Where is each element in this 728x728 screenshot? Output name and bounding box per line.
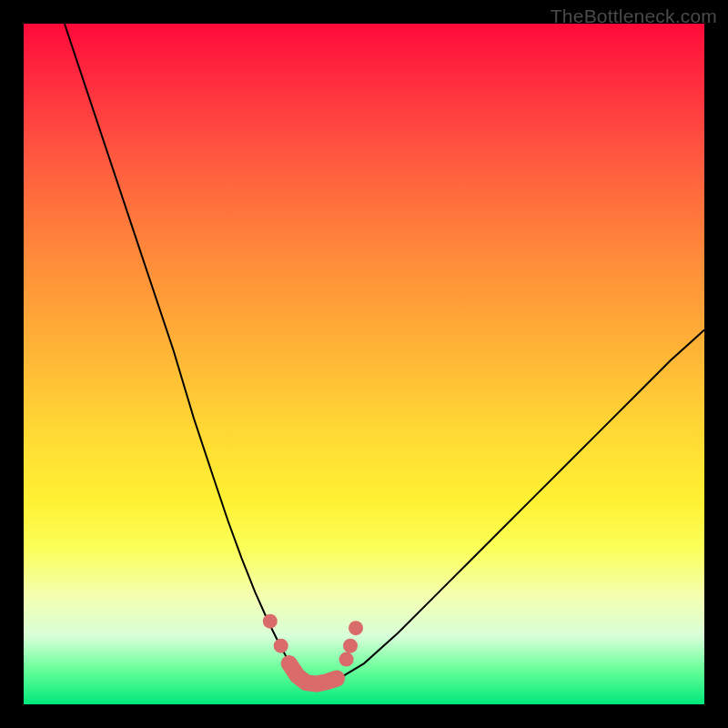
minimum-dot	[329, 672, 344, 686]
minimum-dots	[263, 614, 363, 692]
minimum-dot	[274, 639, 288, 653]
minimum-dot	[282, 656, 297, 671]
chart-svg	[24, 24, 704, 704]
bottleneck-curve	[65, 24, 704, 684]
minimum-dot	[343, 639, 358, 653]
minimum-dot	[263, 614, 278, 629]
watermark-text: TheBottleneck.com	[551, 5, 717, 27]
minimum-dot	[339, 652, 354, 667]
chart-frame	[24, 24, 704, 704]
minimum-dot	[349, 621, 363, 635]
